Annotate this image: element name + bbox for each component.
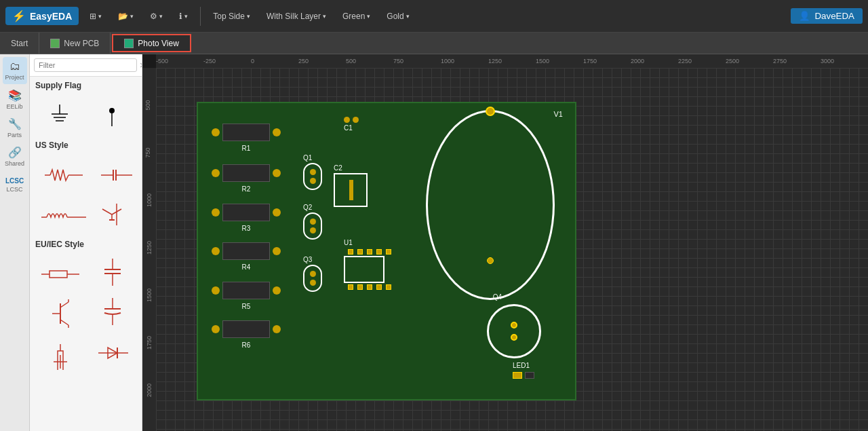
schema-btn[interactable]: ⊞ ▾ <box>84 9 107 24</box>
ruler-top: -500 -250 0 250 500 750 1000 1250 1500 1… <box>156 54 868 68</box>
diode-eu-symbol <box>96 339 130 367</box>
resistor-eu-svg <box>40 266 81 282</box>
r5-pad-right <box>273 286 281 295</box>
transistor2-eu-component[interactable] <box>35 335 85 371</box>
transistor-eu-component[interactable] <box>35 295 85 332</box>
c2-component: C2 <box>334 164 368 207</box>
color-btn[interactable]: Green ▾ <box>337 9 376 24</box>
r4-pad-left <box>212 247 220 255</box>
parts-icon: 🔧 <box>8 117 22 130</box>
tab-photo-view-label: Photo View <box>138 39 179 48</box>
q3-label: Q3 <box>303 256 322 263</box>
resistor-us-component[interactable] <box>35 157 92 193</box>
u1-label: U1 <box>344 239 391 246</box>
led1-label: LED1 <box>513 362 534 369</box>
schema-icon: ⊞ <box>90 12 96 21</box>
c2-body <box>334 173 368 207</box>
r6-pad-right <box>273 325 281 333</box>
led1-pad2 <box>525 372 534 379</box>
silk-label: With Silk Layer <box>267 12 321 21</box>
q2-pad2 <box>310 227 316 233</box>
logo-icon: ⚡ <box>12 10 26 22</box>
u1-pad-b1 <box>348 284 353 290</box>
sidebar-nav: 🗂 Project 📚 EELib 🔧 Parts 🔗 Shared LCSC <box>0 54 30 431</box>
layer-btn[interactable]: Top Side ▾ <box>208 9 256 24</box>
u1-ic: U1 <box>344 239 391 290</box>
q4-pad2 <box>511 334 517 341</box>
ruler-mark-2500: 2500 <box>726 58 739 64</box>
filter-clear-btn[interactable]: × <box>140 60 142 71</box>
new-pcb-icon <box>50 39 60 48</box>
led1-pad1 <box>513 372 522 379</box>
canvas-area[interactable]: -500 -250 0 250 500 750 1000 1250 1500 1… <box>142 54 868 431</box>
ruler-mark-2750: 2750 <box>773 58 787 64</box>
q1-pad1 <box>310 169 316 175</box>
ruler-mark-750: 750 <box>393 58 403 64</box>
resistor-eu-component[interactable] <box>35 256 85 293</box>
layer-label: Top Side <box>213 12 245 21</box>
u1-pad-t2 <box>357 249 363 255</box>
eu-iec-header: EU/IEC Style <box>30 236 142 253</box>
q3-body <box>303 265 322 292</box>
finish-btn[interactable]: Gold ▾ <box>381 9 414 24</box>
layer-arrow: ▾ <box>247 13 250 20</box>
q2-pad1 <box>310 219 316 225</box>
r1-pad-right <box>273 128 281 136</box>
dropdown-arrow: ▾ <box>184 13 188 20</box>
cap-pol-eu-component[interactable] <box>88 295 136 332</box>
cap-eu-svg <box>99 257 126 291</box>
ruler-mark-250: 250 <box>298 58 309 64</box>
vcc-component[interactable] <box>87 97 137 134</box>
sidebar-item-project[interactable]: 🗂 Project <box>3 57 27 84</box>
cap-pol-eu-svg <box>99 297 126 331</box>
r1-label: R1 <box>242 145 251 152</box>
u1-pad-t1 <box>348 249 353 255</box>
r2-body <box>222 164 270 182</box>
sidebar-item-eelib[interactable]: 📚 EELib <box>3 86 27 113</box>
u1-pad-t5 <box>386 249 391 255</box>
q3-transistor: Q3 <box>303 256 322 292</box>
svg-line-25 <box>60 302 68 307</box>
r1-resistor: R1 <box>212 124 281 141</box>
svg-point-5 <box>109 108 115 113</box>
info-btn[interactable]: ℹ ▾ <box>174 9 193 24</box>
inductor-us-component[interactable] <box>35 196 92 233</box>
color-arrow: ▾ <box>367 13 370 20</box>
cap-us-component[interactable] <box>95 157 138 193</box>
diode-eu-component[interactable] <box>88 335 136 371</box>
u1-pad-b5 <box>386 284 391 290</box>
tab-new-pcb[interactable]: New PCB <box>39 33 111 54</box>
q4-pad1 <box>511 322 517 329</box>
settings-btn[interactable]: ⚙ ▾ <box>144 9 168 24</box>
user-name: DaveEDA <box>814 11 854 21</box>
eu-iec-grid <box>30 253 142 374</box>
tab-photo-view[interactable]: Photo View <box>112 34 191 52</box>
file-btn[interactable]: 📂 ▾ <box>113 9 139 24</box>
v1-center-pad <box>487 257 494 264</box>
sidebar-item-parts[interactable]: 🔧 Parts <box>3 114 27 141</box>
logo[interactable]: ⚡ EasyEDA <box>5 7 79 25</box>
u1-pad-t3 <box>367 249 372 255</box>
ruler-mark-1250: 1250 <box>488 58 502 64</box>
zener-us-component[interactable] <box>95 196 138 233</box>
q1-transistor: Q1 <box>303 154 322 190</box>
q1-pad2 <box>310 178 316 184</box>
sidebar-item-shared[interactable]: 🔗 Shared <box>3 143 27 170</box>
filter-input[interactable] <box>34 58 137 72</box>
q2-label: Q2 <box>303 204 322 211</box>
ruler-mark-0: 0 <box>251 58 254 64</box>
r3-pad-left <box>212 208 220 217</box>
silk-btn[interactable]: With Silk Layer ▾ <box>261 9 332 24</box>
tab-new-pcb-label: New PCB <box>64 39 99 48</box>
tab-start[interactable]: Start <box>0 33 39 54</box>
r6-body <box>222 320 270 338</box>
sidebar-item-lcsc[interactable]: LCSC LCSC <box>3 171 27 198</box>
parts-label: Parts <box>7 132 22 138</box>
separator-1 <box>200 7 201 26</box>
user-btn[interactable]: 👤 DaveEDA <box>791 8 863 24</box>
pcb-board: V1 Q4 R1 <box>197 102 576 400</box>
supply-flag-grid <box>30 94 142 136</box>
resistor-us-svg <box>43 167 84 183</box>
cap-eu-component[interactable] <box>88 256 136 293</box>
gnd-component[interactable] <box>35 97 85 134</box>
